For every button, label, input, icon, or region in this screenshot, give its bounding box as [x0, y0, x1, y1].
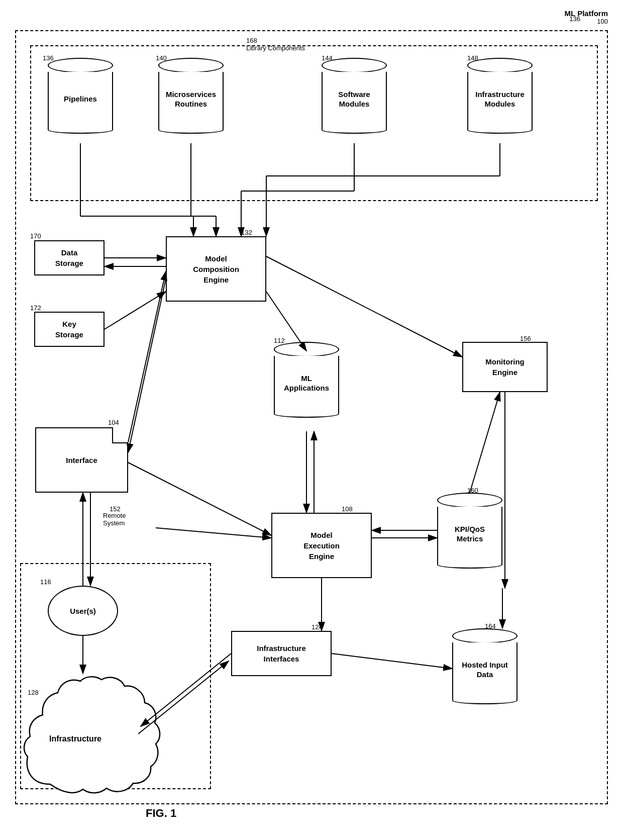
infrastructure-blob: Infrastructure [20, 674, 161, 794]
hosted-input-cylinder: Hosted InputData [452, 628, 517, 704]
ml-apps-ref: 112 [274, 337, 285, 344]
data-storage-box: DataStorage [34, 240, 105, 275]
remote-system-label: RemoteSystem [103, 512, 126, 527]
software-modules-bottom [322, 126, 387, 134]
model-composition-ref: 132 [241, 229, 252, 236]
infra-interfaces-ref: 124 [312, 623, 323, 631]
infra-modules-bottom [467, 126, 533, 134]
microservices-body: MicroservicesRoutines [158, 72, 224, 127]
kpi-ref: 160 [467, 487, 478, 494]
ml-applications-cylinder: MLApplications [274, 342, 339, 418]
library-label: Library Components [246, 44, 305, 52]
model-execution-box: ModelExecutionEngine [271, 513, 372, 578]
ml-platform-num: 100 [597, 18, 608, 25]
pipelines-top [48, 58, 113, 73]
hosted-ref: 164 [485, 622, 496, 630]
pipelines-cylinder: Pipelines [48, 58, 113, 134]
microservices-cylinder: MicroservicesRoutines [158, 58, 224, 134]
library-ref: 168 [246, 37, 257, 44]
kpi-bottom [437, 561, 502, 569]
interface-ref: 104 [108, 419, 119, 426]
pipelines-bottom [48, 126, 113, 134]
kpi-body: KPI/QoSMetrics [437, 507, 502, 562]
microservices-top [158, 58, 224, 73]
fig-caption: FIG. 1 [146, 807, 176, 820]
model-composition-box: ModelCompositionEngine [166, 236, 266, 302]
infrastructure-modules-cylinder: InfrastructureModules [467, 58, 533, 134]
pipelines-body: Pipelines [48, 72, 113, 127]
microservices-bottom [158, 126, 224, 134]
hosted-top [452, 628, 517, 643]
microservices-ref: 140 [156, 54, 167, 62]
users-ref: 116 [40, 578, 51, 586]
data-storage-ref: 170 [30, 232, 41, 240]
svg-text:Infrastructure: Infrastructure [49, 734, 101, 743]
monitoring-ref: 156 [520, 335, 531, 342]
kpi-top [437, 493, 502, 508]
hosted-body: Hosted InputData [452, 642, 517, 698]
pipelines-ref: 136 [43, 54, 54, 62]
ml-platform-label: ML Platform [565, 9, 608, 18]
hosted-bottom [452, 697, 517, 704]
ml-apps-body: MLApplications [274, 356, 339, 411]
ml-apps-bottom [274, 410, 339, 418]
interface-box: Interface [35, 427, 128, 493]
monitoring-engine-box: MonitoringEngine [462, 342, 548, 392]
software-modules-cylinder: SoftwareModules [322, 58, 387, 134]
infra-modules-body: InfrastructureModules [467, 72, 533, 127]
diagram: 136 ML Platform 100 168 Library Componen… [0, 0, 623, 840]
users-circle: User(s) [48, 586, 118, 636]
software-modules-body: SoftwareModules [322, 72, 387, 127]
infra-modules-ref: 148 [467, 54, 478, 62]
model-execution-ref: 108 [342, 505, 353, 513]
key-storage-ref: 172 [30, 304, 41, 312]
infrastructure-interfaces-box: InfrastructureInterfaces [231, 631, 332, 676]
key-storage-box: KeyStorage [34, 312, 105, 347]
software-modules-ref: 144 [322, 54, 333, 62]
kpi-cylinder: KPI/QoSMetrics [437, 493, 502, 569]
